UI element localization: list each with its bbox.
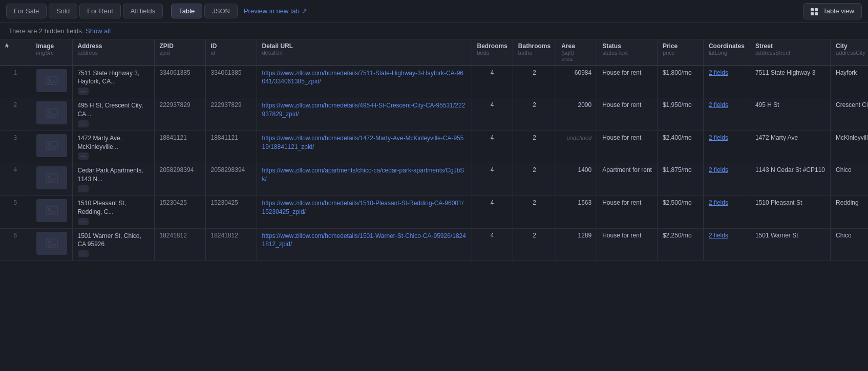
- row-city: Hayfork: [831, 66, 868, 98]
- row-price: $2,250/mo: [657, 228, 703, 261]
- row-id: 334061385: [205, 66, 257, 98]
- row-number: 4: [0, 163, 31, 196]
- row-price: $1,875/mo: [657, 163, 703, 196]
- row-coordinates[interactable]: 2 fields: [703, 130, 750, 163]
- for-rent-button[interactable]: For Rent: [79, 4, 121, 18]
- row-city: Chico: [831, 163, 868, 196]
- coordinates-fields-link[interactable]: 2 fields: [709, 232, 728, 239]
- address-more-button[interactable]: ···: [78, 152, 89, 160]
- row-coordinates[interactable]: 2 fields: [703, 163, 750, 196]
- data-table-container[interactable]: # Image imgSrc Address address ZPID zpid…: [0, 39, 868, 368]
- col-header-area[interactable]: Area (sqft) area: [556, 39, 597, 66]
- col-header-address[interactable]: Address address: [72, 39, 154, 66]
- row-coordinates[interactable]: 2 fields: [703, 98, 750, 131]
- col-header-street[interactable]: Street addressStreet: [750, 39, 830, 66]
- row-number: 3: [0, 130, 31, 163]
- row-address: 1472 Marty Ave, McKinleyville... ···: [72, 130, 154, 163]
- row-bedrooms: 4: [472, 66, 513, 98]
- svg-rect-2: [811, 12, 814, 15]
- for-sale-button[interactable]: For Sale: [6, 4, 47, 18]
- row-image-cell: [31, 228, 72, 261]
- address-more-button[interactable]: ···: [78, 250, 89, 257]
- property-image: [36, 134, 67, 157]
- row-area: 1400: [556, 163, 597, 196]
- show-all-link[interactable]: Show all: [86, 27, 111, 35]
- row-address: 1510 Pleasant St, Redding, C... ···: [72, 195, 154, 228]
- svg-point-7: [48, 111, 51, 113]
- row-id: 2058298394: [205, 163, 257, 196]
- col-header-price[interactable]: Price price: [657, 39, 703, 66]
- col-header-id[interactable]: ID id: [205, 39, 257, 66]
- col-header-city[interactable]: City addressCity: [831, 39, 868, 66]
- coordinates-fields-link[interactable]: 2 fields: [709, 166, 728, 173]
- row-city: Chico: [831, 228, 868, 261]
- data-table: # Image imgSrc Address address ZPID zpid…: [0, 39, 868, 261]
- row-coordinates[interactable]: 2 fields: [703, 66, 750, 98]
- preview-link-label: Preview in new tab: [244, 7, 300, 15]
- address-more-button[interactable]: ···: [78, 218, 89, 225]
- row-coordinates[interactable]: 2 fields: [703, 228, 750, 261]
- row-detail-url[interactable]: https://www.zillow.com/homedetails/1510-…: [257, 195, 472, 228]
- row-detail-url[interactable]: https://www.zillow.com/homedetails/7511-…: [257, 66, 472, 98]
- coordinates-fields-link[interactable]: 2 fields: [709, 199, 728, 206]
- hidden-fields-text: There are 2 hidden fields.: [8, 27, 83, 35]
- property-image: [36, 199, 67, 222]
- row-area: 1563: [556, 195, 597, 228]
- detail-url-link[interactable]: https://www.zillow.com/homedetails/1472-…: [262, 135, 464, 150]
- address-text: 1501 Warner St, Chico, CA 95926: [78, 232, 149, 249]
- property-image: [36, 166, 67, 189]
- row-bathrooms: 2: [513, 98, 556, 131]
- detail-url-link[interactable]: https://www.zillow.com/homedetails/1501-…: [262, 232, 466, 248]
- table-row: 4 Cedar Park Apartments, 1143 N... ···20…: [0, 163, 868, 196]
- address-more-button[interactable]: ···: [78, 88, 89, 95]
- col-header-detail-url[interactable]: Detail URL detailUrl: [257, 39, 472, 66]
- table-button[interactable]: Table: [171, 4, 202, 18]
- row-street: 7511 State Highway 3: [750, 66, 830, 98]
- svg-rect-1: [815, 8, 818, 11]
- detail-url-link[interactable]: https://www.zillow.com/homedetails/495-H…: [262, 102, 465, 118]
- col-header-bathrooms[interactable]: Bathrooms baths: [513, 39, 556, 66]
- table-view-button[interactable]: Table view: [803, 3, 862, 19]
- all-fields-button[interactable]: All fields: [123, 4, 163, 18]
- json-button[interactable]: JSON: [204, 4, 238, 18]
- row-zpid: 222937829: [154, 98, 205, 131]
- row-street: 495 H St: [750, 98, 830, 131]
- coordinates-fields-link[interactable]: 2 fields: [709, 134, 728, 141]
- row-detail-url[interactable]: https://www.zillow.com/apartments/chico-…: [257, 163, 472, 196]
- col-header-image[interactable]: Image imgSrc: [31, 39, 72, 66]
- external-link-icon: ↗: [302, 7, 307, 15]
- row-bedrooms: 4: [472, 163, 513, 196]
- preview-link[interactable]: Preview in new tab ↗: [244, 7, 307, 15]
- col-header-bedrooms[interactable]: Bedrooms beds: [472, 39, 513, 66]
- row-coordinates[interactable]: 2 fields: [703, 195, 750, 228]
- row-price: $1,800/mo: [657, 66, 703, 98]
- detail-url-link[interactable]: https://www.zillow.com/homedetails/7511-…: [262, 70, 464, 85]
- property-image: [36, 69, 67, 92]
- row-bathrooms: 2: [513, 66, 556, 98]
- col-header-status[interactable]: Status statusText: [597, 39, 658, 66]
- sold-button[interactable]: Sold: [49, 4, 77, 18]
- detail-url-link[interactable]: https://www.zillow.com/homedetails/1510-…: [262, 200, 464, 215]
- row-number: 5: [0, 195, 31, 228]
- row-detail-url[interactable]: https://www.zillow.com/homedetails/495-H…: [257, 98, 472, 131]
- svg-point-5: [48, 78, 51, 81]
- svg-rect-3: [815, 12, 818, 15]
- row-status: House for rent: [597, 195, 658, 228]
- row-street: 1472 Marty Ave: [750, 130, 830, 163]
- row-address: 1501 Warner St, Chico, CA 95926 ···: [72, 228, 154, 261]
- row-bathrooms: 2: [513, 163, 556, 196]
- row-image-cell: [31, 195, 72, 228]
- property-image: [36, 101, 67, 124]
- detail-url-link[interactable]: https://www.zillow.com/apartments/chico-…: [262, 167, 464, 183]
- col-header-coordinates[interactable]: Coordinates latLong: [703, 39, 750, 66]
- table-header-row: # Image imgSrc Address address ZPID zpid…: [0, 39, 868, 66]
- row-city: Crescent City: [831, 98, 868, 131]
- coordinates-fields-link[interactable]: 2 fields: [709, 101, 728, 108]
- row-detail-url[interactable]: https://www.zillow.com/homedetails/1472-…: [257, 130, 472, 163]
- row-detail-url[interactable]: https://www.zillow.com/homedetails/1501-…: [257, 228, 472, 261]
- col-header-zpid[interactable]: ZPID zpid: [154, 39, 205, 66]
- address-text: 1472 Marty Ave, McKinleyville...: [78, 134, 149, 151]
- address-more-button[interactable]: ···: [78, 120, 89, 127]
- address-more-button[interactable]: ···: [78, 185, 89, 192]
- coordinates-fields-link[interactable]: 2 fields: [709, 69, 728, 76]
